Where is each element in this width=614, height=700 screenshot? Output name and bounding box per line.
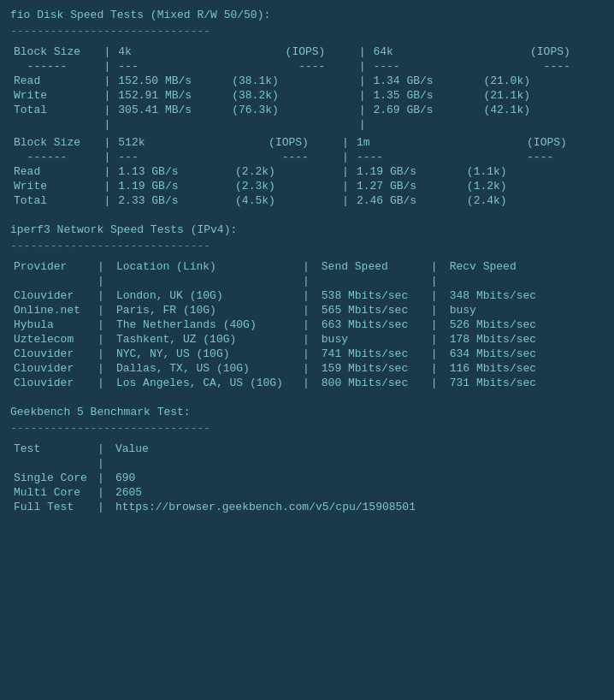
disk-h2-1m: 1m xyxy=(353,135,437,150)
geekbench-header-row: Test | Value xyxy=(10,442,604,456)
iperf-row-hybula-netherlands: Hybula | The Netherlands (40G) | 663 Mbi… xyxy=(10,317,604,332)
iperf-row-clouvider-london: Clouvider | London, UK (10G) | 538 Mbits… xyxy=(10,288,604,303)
disk-title: fio Disk Speed Tests (Mixed R/W 50/50): xyxy=(10,9,604,21)
iperf-row-online-paris: Online.net | Paris, FR (10G) | 565 Mbits… xyxy=(10,303,604,317)
geekbench-multi-core-row: Multi Core | 2605 xyxy=(10,485,604,500)
iperf-header-row: Provider | Location (Link) | Send Speed … xyxy=(10,259,604,274)
iperf-section: iperf3 Network Speed Tests (IPv4): -----… xyxy=(10,223,604,390)
disk-sep-row-1: ------ | --- ---- | ---- ---- xyxy=(10,59,604,74)
geekbench-title: Geekbench 5 Benchmark Test: xyxy=(10,406,604,418)
iperf-row-uztelecom: Uztelecom | Tashkent, UZ (10G) | busy | … xyxy=(10,332,604,347)
disk-total-row-2: Total | 2.33 GB/s (4.5k) | 2.46 GB/s (2.… xyxy=(10,193,604,208)
disk-total-row-1: Total | 305.41 MB/s (76.3k) | 2.69 GB/s … xyxy=(10,103,604,117)
disk-section: fio Disk Speed Tests (Mixed R/W 50/50): … xyxy=(10,9,604,208)
disk-h1-iops2: (IOPS) xyxy=(453,44,604,59)
geekbench-table: Test | Value | Single Core | 690 Multi C… xyxy=(10,442,604,514)
iperf-row-clouvider-nyc: Clouvider | NYC, NY, US (10G) | 741 Mbit… xyxy=(10,347,604,361)
geekbench-empty-row: | xyxy=(10,456,604,471)
disk-read-row-1: Read | 152.50 MB/s (38.1k) | 1.34 GB/s (… xyxy=(10,74,604,88)
disk-h2-iops1: (IOPS) xyxy=(198,135,340,150)
disk-table-2: Block Size | 512k (IOPS) | 1m (IOPS) ---… xyxy=(10,135,604,208)
disk-empty-row-1: | | xyxy=(10,117,604,132)
disk-write-row-1: Write | 152.91 MB/s (38.2k) | 1.35 GB/s … xyxy=(10,88,604,103)
iperf-table: Provider | Location (Link) | Send Speed … xyxy=(10,259,604,390)
disk-h1-4k: 4k xyxy=(115,44,215,59)
disk-h1-block: Block Size xyxy=(10,44,103,59)
disk-header-row-2: Block Size | 512k (IOPS) | 1m (IOPS) xyxy=(10,135,604,150)
disk-h1-64k: 64k xyxy=(369,44,453,59)
disk-divider: ------------------------------ xyxy=(10,25,604,38)
geekbench-full-test-row: Full Test | https://browser.geekbench.co… xyxy=(10,500,604,514)
geekbench-section: Geekbench 5 Benchmark Test: ------------… xyxy=(10,406,604,514)
iperf-row-clouvider-la: Clouvider | Los Angeles, CA, US (10G) | … xyxy=(10,376,604,390)
iperf-title: iperf3 Network Speed Tests (IPv4): xyxy=(10,223,604,236)
disk-write-row-2: Write | 1.19 GB/s (2.3k) | 1.27 GB/s (1.… xyxy=(10,179,604,193)
iperf-row-clouvider-dallas: Clouvider | Dallas, TX, US (10G) | 159 M… xyxy=(10,361,604,376)
disk-table-1: Block Size | 4k (IOPS) | 64k (IOPS) ----… xyxy=(10,44,604,132)
geekbench-divider: ------------------------------ xyxy=(10,422,604,435)
disk-header-row-1: Block Size | 4k (IOPS) | 64k (IOPS) xyxy=(10,44,604,59)
disk-sep-row-2: ------ | --- ---- | ---- ---- xyxy=(10,150,604,164)
iperf-divider: ------------------------------ xyxy=(10,240,604,252)
disk-h2-block: Block Size xyxy=(10,135,103,150)
geekbench-single-core-row: Single Core | 690 xyxy=(10,471,604,485)
iperf-empty-row: | | | xyxy=(10,274,604,288)
disk-h2-iops2: (IOPS) xyxy=(437,135,604,150)
disk-h2-512k: 512k xyxy=(115,135,198,150)
disk-read-row-2: Read | 1.13 GB/s (2.2k) | 1.19 GB/s (1.1… xyxy=(10,164,604,179)
disk-h1-iops1: (IOPS) xyxy=(215,44,357,59)
